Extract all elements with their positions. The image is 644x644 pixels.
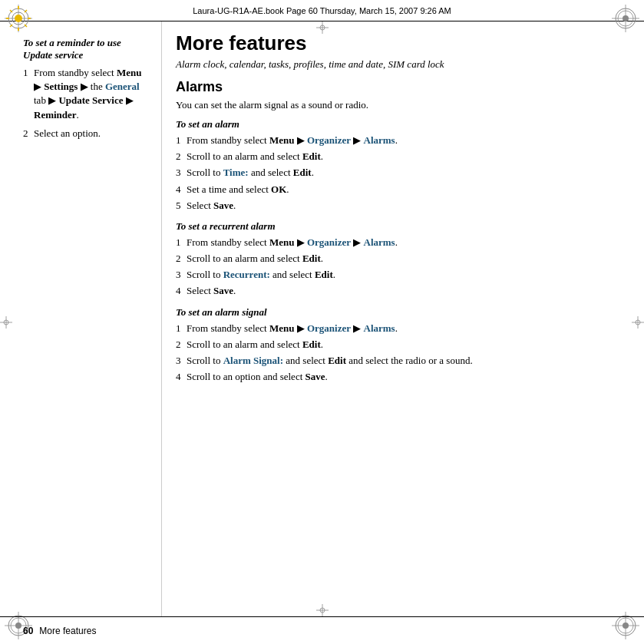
- menu-bold: Menu: [269, 134, 295, 146]
- footer: 60 More features: [0, 616, 644, 644]
- recurrent-step-2: 2 Scroll to an alarm and select Edit.: [176, 252, 621, 266]
- set-alarm-step-1: 1 From standby select Menu ▶ Organizer ▶…: [176, 134, 621, 147]
- left-step-2: 2 Select an option.: [23, 127, 147, 140]
- organizer-color: Organizer: [307, 134, 351, 146]
- general-color: General: [105, 81, 140, 92]
- step-text: Scroll to Alarm Signal: and select Edit …: [187, 354, 473, 368]
- edit-bold: Edit: [293, 167, 312, 178]
- alarm-signal-steps: 1 From standby select Menu ▶ Organizer ▶…: [176, 322, 621, 385]
- set-alarm-step-5: 5 Select Save.: [176, 199, 621, 213]
- step-num: 4: [176, 183, 187, 197]
- save-bold: Save: [305, 371, 325, 382]
- right-column: More features Alarm clock, calendar, tas…: [161, 21, 644, 616]
- alarms-heading: Alarms: [176, 79, 621, 95]
- recurrent-color: Recurrent:: [223, 269, 270, 280]
- set-alarm-step-3: 3 Scroll to Time: and select Edit.: [176, 166, 621, 180]
- edit-bold: Edit: [302, 150, 321, 162]
- left-steps-list: 1 From standby select Menu ▶ Settings ▶ …: [23, 66, 147, 140]
- header-bar: Laura-UG-R1A-AE.book Page 60 Thursday, M…: [0, 0, 644, 21]
- step-num: 3: [176, 166, 187, 180]
- alarm-signal-step-2: 2 Scroll to an alarm and select Edit.: [176, 338, 621, 352]
- alarms-body: You can set the alarm signal as a sound …: [176, 98, 621, 112]
- step-num: 5: [176, 199, 187, 213]
- subsection-alarm-signal-title: To set an alarm signal: [176, 306, 621, 319]
- subtitle: Alarm clock, calendar, tasks, profiles, …: [176, 58, 621, 71]
- step-text: Scroll to Time: and select Edit.: [187, 166, 314, 180]
- ok-bold: OK: [271, 183, 286, 195]
- set-alarm-steps: 1 From standby select Menu ▶ Organizer ▶…: [176, 134, 621, 213]
- edit-bold: Edit: [302, 253, 321, 264]
- step-text: Set a time and select OK.: [187, 183, 289, 197]
- subsection-recurrent-alarm: To set a recurrent alarm 1 From standby …: [176, 220, 621, 299]
- step-num: 1: [176, 236, 187, 249]
- organizer-color: Organizer: [307, 322, 351, 334]
- step-num: 2: [176, 252, 187, 266]
- step-text-1: From standby select Menu ▶ Settings ▶ th…: [34, 66, 147, 122]
- step-text: Select Save.: [187, 199, 236, 213]
- set-alarm-step-2: 2 Scroll to an alarm and select Edit.: [176, 150, 621, 163]
- step-num: 1: [176, 134, 187, 147]
- footer-section: More features: [39, 626, 96, 636]
- step-num: 2: [176, 150, 187, 163]
- reminder-bold: Reminder: [34, 109, 77, 121]
- step-num-2: 2: [23, 127, 34, 140]
- menu-bold: Menu: [269, 236, 295, 248]
- step-text: Select Save.: [187, 284, 236, 298]
- step-num: 2: [176, 338, 187, 352]
- time-color: Time:: [223, 167, 249, 178]
- header-title: Laura-UG-R1A-AE.book Page 60 Thursday, M…: [8, 6, 636, 15]
- page: Laura-UG-R1A-AE.book Page 60 Thursday, M…: [0, 0, 644, 644]
- menu-bold: Menu: [117, 67, 142, 78]
- step-text: Scroll to an alarm and select Edit.: [187, 338, 323, 352]
- step-num: 3: [176, 354, 187, 368]
- alarm-signal-step-4: 4 Scroll to an option and select Save.: [176, 370, 621, 384]
- svg-line-5: [25, 10, 27, 12]
- step-num-1: 1: [23, 66, 34, 122]
- menu-bold: Menu: [269, 322, 295, 334]
- step-text: From standby select Menu ▶ Organizer ▶ A…: [187, 322, 398, 335]
- svg-line-11: [10, 10, 12, 12]
- organizer-color: Organizer: [307, 236, 351, 248]
- footer-page-number: 60: [23, 626, 33, 636]
- alarms-color: Alarms: [364, 134, 395, 146]
- recurrent-step-3: 3 Scroll to Recurrent: and select Edit.: [176, 268, 621, 282]
- step-text: From standby select Menu ▶ Organizer ▶ A…: [187, 236, 398, 249]
- subsection-set-alarm-title: To set an alarm: [176, 118, 621, 130]
- subsection-alarm-signal: To set an alarm signal 1 From standby se…: [176, 306, 621, 385]
- save-bold: Save: [213, 200, 233, 211]
- alarms-color: Alarms: [364, 236, 395, 248]
- alarm-signal-step-3: 3 Scroll to Alarm Signal: and select Edi…: [176, 354, 621, 368]
- content-area: To set a reminder to use Update service …: [0, 21, 644, 616]
- save-bold: Save: [213, 285, 233, 296]
- step-num: 3: [176, 268, 187, 282]
- main-title: More features: [176, 32, 621, 54]
- step-num: 4: [176, 284, 187, 298]
- alarm-signal-step-1: 1 From standby select Menu ▶ Organizer ▶…: [176, 322, 621, 335]
- edit-bold: Edit: [328, 355, 346, 366]
- subsection-recurrent-alarm-title: To set a recurrent alarm: [176, 220, 621, 233]
- alarm-signal-color: Alarm Signal:: [223, 355, 283, 366]
- step-text-2: Select an option.: [34, 127, 147, 140]
- svg-point-17: [623, 15, 629, 21]
- set-alarm-step-4: 4 Set a time and select OK.: [176, 183, 621, 197]
- left-procedure-title: To set a reminder to use Update service: [23, 37, 147, 61]
- step-num: 1: [176, 322, 187, 335]
- edit-bold: Edit: [302, 339, 321, 350]
- step-num: 4: [176, 370, 187, 384]
- alarms-color: Alarms: [364, 322, 395, 334]
- settings-bold: Settings: [44, 81, 78, 92]
- step-text: Scroll to an alarm and select Edit.: [187, 252, 323, 266]
- recurrent-alarm-steps: 1 From standby select Menu ▶ Organizer ▶…: [176, 236, 621, 299]
- step-text: Scroll to Recurrent: and select Edit.: [187, 268, 335, 282]
- recurrent-step-1: 1 From standby select Menu ▶ Organizer ▶…: [176, 236, 621, 249]
- left-column: To set a reminder to use Update service …: [0, 21, 161, 616]
- edit-bold: Edit: [315, 269, 333, 280]
- step-text: Scroll to an alarm and select Edit.: [187, 150, 323, 163]
- left-step-1: 1 From standby select Menu ▶ Settings ▶ …: [23, 66, 147, 122]
- step-text: From standby select Menu ▶ Organizer ▶ A…: [187, 134, 398, 147]
- subsection-set-alarm: To set an alarm 1 From standby select Me…: [176, 118, 621, 213]
- update-service-bold: Update Service: [58, 94, 123, 106]
- recurrent-step-4: 4 Select Save.: [176, 284, 621, 298]
- step-text: Scroll to an option and select Save.: [187, 370, 328, 384]
